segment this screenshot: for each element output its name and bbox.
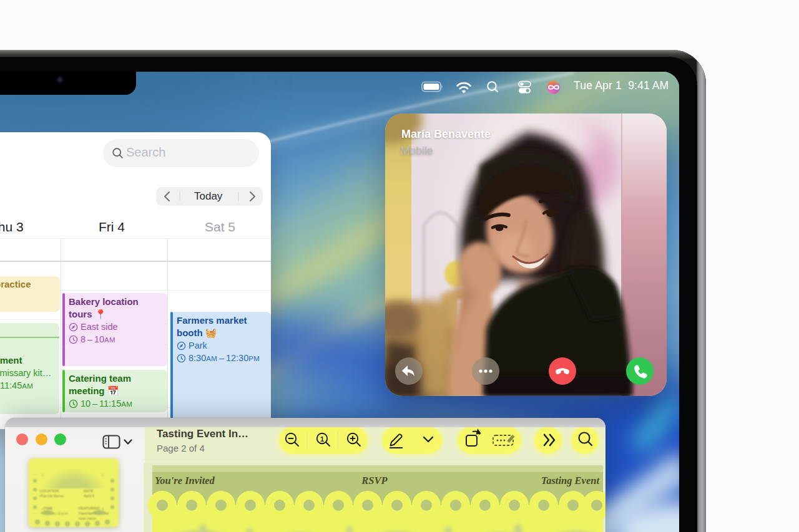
svg-text:RSVP: RSVP — [361, 475, 388, 486]
svg-text:×: × — [41, 506, 44, 512]
svg-text:1: 1 — [320, 435, 324, 443]
svg-text:Tasting Event: Tasting Event — [541, 475, 600, 486]
svg-text:×: × — [101, 506, 104, 512]
svg-text:×: × — [101, 472, 104, 478]
svg-text:×: × — [41, 472, 44, 478]
svg-text:You're Invited: You're Invited — [155, 475, 215, 486]
